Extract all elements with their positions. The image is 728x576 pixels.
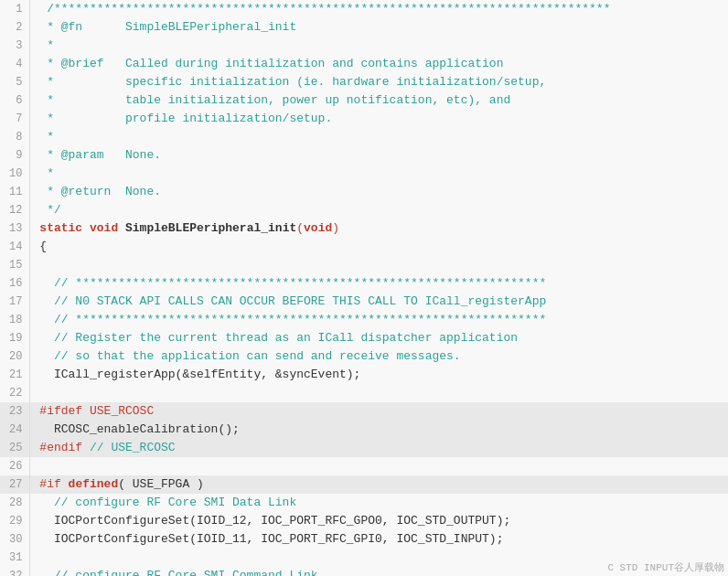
line-content: // configure RF Core SMI Data Link: [30, 494, 728, 512]
code-comment: *: [39, 166, 54, 180]
code-comment: * profile initialization/setup.: [39, 112, 332, 125]
line-number: 17: [0, 293, 30, 311]
line-number: 9: [0, 146, 30, 165]
table-row: 11 * @return None.: [0, 183, 728, 201]
line-number: 22: [0, 384, 30, 402]
line-number: 24: [0, 421, 30, 439]
code-comment: *: [39, 130, 54, 144]
line-number: 4: [0, 55, 30, 73]
code-comment: // configure RF Core SMI Data Link: [39, 496, 296, 509]
code-macro: #ifdef: [39, 404, 82, 418]
line-number: 5: [0, 73, 30, 91]
line-content: * @fn SimpleBLEPeripheral_init: [30, 18, 728, 37]
table-row: 9 * @param None.: [0, 146, 728, 165]
line-content: // so that the application can send and …: [30, 347, 728, 366]
line-number: 7: [0, 110, 30, 128]
line-content: * table initialization, power up notific…: [30, 91, 728, 110]
code-macro: #if: [39, 477, 60, 491]
table-row: 24 RCOSC_enableCalibration();: [0, 421, 728, 439]
table-row: 4 * @brief Called during initialization …: [0, 55, 728, 73]
table-row: 14{: [0, 238, 728, 256]
line-number: 3: [0, 37, 30, 55]
code-normal: [82, 404, 90, 418]
line-number: 6: [0, 91, 30, 110]
code-comment: // so that the application can send and …: [39, 349, 460, 363]
line-number: 1: [0, 0, 30, 18]
line-content: // Register the current thread as an ICa…: [30, 329, 728, 347]
code-comment: */: [39, 203, 60, 217]
line-number: 10: [0, 165, 30, 183]
line-number: 27: [0, 475, 30, 494]
table-row: 26: [0, 457, 728, 475]
code-paren: ): [332, 221, 339, 235]
table-row: 10 *: [0, 165, 728, 183]
code-keyword: defined: [69, 477, 119, 491]
table-row: 2 * @fn SimpleBLEPeripheral_init: [0, 18, 728, 37]
code-comment: // configure RF Core SMI Command Link: [39, 569, 317, 576]
line-number: 31: [0, 549, 30, 567]
line-number: 13: [0, 219, 30, 238]
table-row: 17 // N0 STACK API CALLS CAN OCCUR BEFOR…: [0, 293, 728, 311]
table-row: 19 // Register the current thread as an …: [0, 329, 728, 347]
table-row: 20 // so that the application can send a…: [0, 347, 728, 366]
line-number: 18: [0, 311, 30, 329]
code-paren: (: [296, 221, 304, 235]
code-editor: 1 /*************************************…: [0, 0, 728, 576]
line-number: 2: [0, 18, 30, 37]
code-normal: [82, 221, 90, 235]
line-content: #ifdef USE_RCOSC: [30, 402, 728, 421]
line-number: 11: [0, 183, 30, 201]
line-number: 30: [0, 530, 30, 549]
code-comment: // Register the current thread as an ICa…: [39, 331, 518, 345]
line-number: 15: [0, 256, 30, 274]
line-content: // N0 STACK API CALLS CAN OCCUR BEFORE T…: [30, 293, 728, 311]
line-content: * @brief Called during initialization an…: [30, 55, 728, 73]
watermark: C STD INPUT谷人厚载物: [607, 560, 724, 574]
code-funcname: SimpleBLEPeripheral_init: [125, 221, 296, 235]
table-row: 25#endif // USE_RCOSC: [0, 439, 728, 457]
line-content: * profile initialization/setup.: [30, 110, 728, 128]
table-row: 22: [0, 384, 728, 402]
line-number: 23: [0, 402, 30, 421]
table-row: 5 * specific initialization (ie. hardwar…: [0, 73, 728, 91]
line-content: #endif // USE_RCOSC: [30, 439, 728, 457]
line-content: ICall_registerApp(&selfEntity, &syncEven…: [30, 366, 728, 384]
line-number: 21: [0, 366, 30, 384]
line-number: 12: [0, 201, 30, 219]
code-comment: * @param None.: [39, 148, 161, 162]
code-comment: *: [39, 38, 54, 52]
code-comment: * @fn SimpleBLEPeripheral_init: [39, 20, 296, 34]
code-comment: // USE_RCOSC: [82, 441, 175, 454]
table-row: 27#if defined( USE_FPGA ): [0, 475, 728, 494]
table-row: 29 IOCPortConfigureSet(IOID_12, IOC_PORT…: [0, 512, 728, 530]
table-row: 8 *: [0, 128, 728, 146]
line-content: *: [30, 37, 728, 55]
table-row: 12 */: [0, 201, 728, 219]
table-row: 23#ifdef USE_RCOSC: [0, 402, 728, 421]
line-content: {: [30, 238, 728, 256]
line-content: *: [30, 128, 728, 146]
line-content: * @param None.: [30, 146, 728, 165]
line-content: RCOSC_enableCalibration();: [30, 421, 728, 439]
code-macro: #endif: [39, 441, 82, 454]
code-comment: * table initialization, power up notific…: [39, 93, 510, 107]
line-number: 19: [0, 329, 30, 347]
line-content: // *************************************…: [30, 311, 728, 329]
table-row: 21 ICall_registerApp(&selfEntity, &syncE…: [0, 366, 728, 384]
table-row: 18 // **********************************…: [0, 311, 728, 329]
line-content: */: [30, 201, 728, 219]
line-content: [30, 256, 728, 274]
line-number: 32: [0, 567, 30, 576]
code-table: 1 /*************************************…: [0, 0, 728, 576]
code-comment: * specific initialization (ie. hardware …: [39, 75, 546, 89]
line-number: 26: [0, 457, 30, 475]
code-keyword: static: [39, 221, 82, 235]
code-macro: USE_RCOSC: [90, 404, 154, 418]
line-number: 14: [0, 238, 30, 256]
line-number: 8: [0, 128, 30, 146]
table-row: 16 // **********************************…: [0, 274, 728, 293]
line-number: 29: [0, 512, 30, 530]
code-normal: [61, 477, 69, 491]
table-row: 15: [0, 256, 728, 274]
code-comment: * @return None.: [39, 185, 161, 198]
